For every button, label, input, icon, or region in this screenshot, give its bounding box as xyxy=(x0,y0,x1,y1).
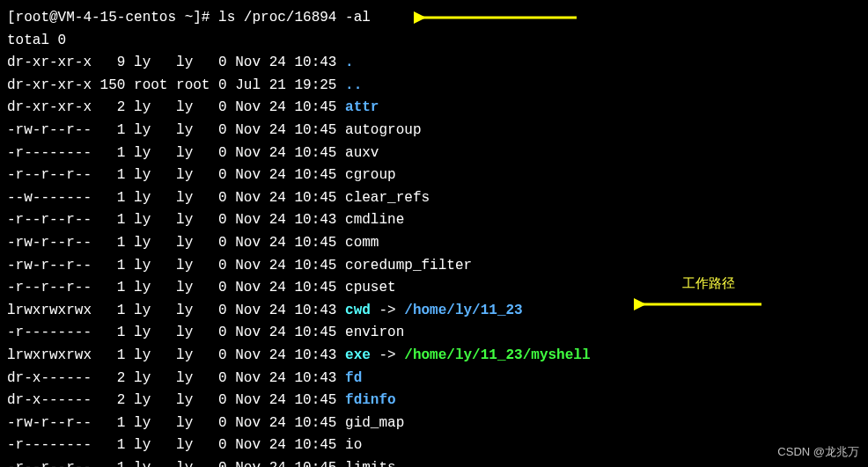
row-filename: cpuset xyxy=(345,280,396,296)
listing-row: -r-------- 1 ly ly 0 Nov 24 10:45 io xyxy=(7,434,861,457)
row-meta: --w------- 1 ly ly 0 Nov 24 10:45 xyxy=(7,190,345,206)
row-filename: io xyxy=(345,437,362,453)
row-meta: dr-x------ 2 ly ly 0 Nov 24 10:45 xyxy=(7,392,345,408)
listing-row: -r-------- 1 ly ly 0 Nov 24 10:45 auxv xyxy=(7,142,861,165)
row-filename: coredump_filter xyxy=(345,258,472,274)
row-filename: . xyxy=(345,55,354,70)
row-filename: autogroup xyxy=(345,122,421,138)
listing-row: lrwxrwxrwx 1 ly ly 0 Nov 24 10:43 cwd ->… xyxy=(7,300,861,323)
row-meta: -rw-r--r-- 1 ly ly 0 Nov 24 10:45 xyxy=(7,415,345,431)
row-filename: environ xyxy=(345,325,404,340)
link-target: /home/ly/11_23/myshell xyxy=(404,347,590,363)
row-meta: -r--r--r-- 1 ly ly 0 Nov 24 10:43 xyxy=(7,212,345,228)
listing-row: lrwxrwxrwx 1 ly ly 0 Nov 24 10:43 exe ->… xyxy=(7,345,861,368)
row-meta: dr-x------ 2 ly ly 0 Nov 24 10:43 xyxy=(7,370,345,386)
row-meta: dr-xr-xr-x 2 ly ly 0 Nov 24 10:45 xyxy=(7,99,345,115)
row-filename: attr xyxy=(345,99,379,115)
row-filename: comm xyxy=(345,235,379,251)
row-meta: dr-xr-xr-x 9 ly ly 0 Nov 24 10:43 xyxy=(7,55,345,70)
listing-row: dr-xr-xr-x 2 ly ly 0 Nov 24 10:45 attr xyxy=(7,97,861,120)
listing-row: -rw-r--r-- 1 ly ly 0 Nov 24 10:45 autogr… xyxy=(7,120,861,142)
listing-row: -rw-r--r-- 1 ly ly 0 Nov 24 10:45 coredu… xyxy=(7,255,861,278)
link-arrow: -> xyxy=(371,303,404,318)
row-filename: clear_refs xyxy=(345,190,430,206)
watermark: CSDN @龙兆万 xyxy=(777,443,859,462)
listing-row: dr-xr-xr-x 9 ly ly 0 Nov 24 10:43 . xyxy=(7,52,861,75)
row-meta: -rw-r--r-- 1 ly ly 0 Nov 24 10:45 xyxy=(7,235,345,251)
listing-row: -r--r--r-- 1 ly ly 0 Nov 24 10:45 cpuset xyxy=(7,277,861,300)
link-arrow: -> xyxy=(371,347,404,363)
row-meta: -r-------- 1 ly ly 0 Nov 24 10:45 xyxy=(7,325,345,340)
listing-row: --w------- 1 ly ly 0 Nov 24 10:45 clear_… xyxy=(7,187,861,210)
listing-row: dr-x------ 2 ly ly 0 Nov 24 10:43 fd xyxy=(7,368,861,390)
row-filename: auxv xyxy=(345,145,379,161)
row-filename: limits xyxy=(345,460,396,467)
listing-row: dr-x------ 2 ly ly 0 Nov 24 10:45 fdinfo xyxy=(7,390,861,412)
listing-row: -rw-r--r-- 1 ly ly 0 Nov 24 10:45 gid_ma… xyxy=(7,412,861,435)
row-filename: cgroup xyxy=(345,167,396,183)
row-meta: lrwxrwxrwx 1 ly ly 0 Nov 24 10:43 xyxy=(7,347,345,363)
row-filename: cmdline xyxy=(345,212,404,228)
row-filename: gid_map xyxy=(345,415,404,431)
listing-row: -r--r--r-- 1 ly ly 0 Nov 24 10:45 cgroup xyxy=(7,164,861,187)
prompt-line[interactable]: [root@VM-4-15-centos ~]# ls /proc/16894 … xyxy=(7,7,861,30)
link-target: /home/ly/11_23 xyxy=(404,303,522,318)
row-meta: -r--r--r-- 1 ly ly 0 Nov 24 10:45 xyxy=(7,280,345,296)
row-filename: fd xyxy=(345,370,362,386)
row-meta: dr-xr-xr-x 150 root root 0 Jul 21 19:25 xyxy=(7,77,345,93)
row-filename: fdinfo xyxy=(345,392,396,408)
prompt: [root@VM-4-15-centos ~]# xyxy=(7,10,218,26)
listing-row: -rw-r--r-- 1 ly ly 0 Nov 24 10:45 comm xyxy=(7,232,861,255)
listing-row: dr-xr-xr-x 150 root root 0 Jul 21 19:25 … xyxy=(7,75,861,98)
terminal-output: [root@VM-4-15-centos ~]# ls /proc/16894 … xyxy=(7,7,861,467)
listing-row: -r-------- 1 ly ly 0 Nov 24 10:45 enviro… xyxy=(7,322,861,345)
row-filename: cwd xyxy=(345,303,371,318)
row-meta: -r-------- 1 ly ly 0 Nov 24 10:45 xyxy=(7,145,345,161)
total-line: total 0 xyxy=(7,30,861,53)
row-meta: -r--r--r-- 1 ly ly 0 Nov 24 10:45 xyxy=(7,460,345,467)
listing-row: -r--r--r-- 1 ly ly 0 Nov 24 10:43 cmdlin… xyxy=(7,209,861,232)
command-text: ls /proc/16894 -al xyxy=(218,10,371,26)
row-meta: -rw-r--r-- 1 ly ly 0 Nov 24 10:45 xyxy=(7,258,345,274)
row-filename: exe xyxy=(345,347,371,363)
row-filename: .. xyxy=(345,77,362,93)
row-meta: lrwxrwxrwx 1 ly ly 0 Nov 24 10:43 xyxy=(7,303,345,318)
row-meta: -rw-r--r-- 1 ly ly 0 Nov 24 10:45 xyxy=(7,122,345,138)
row-meta: -r-------- 1 ly ly 0 Nov 24 10:45 xyxy=(7,437,345,453)
row-meta: -r--r--r-- 1 ly ly 0 Nov 24 10:45 xyxy=(7,167,345,183)
listing-row: -r--r--r-- 1 ly ly 0 Nov 24 10:45 limits xyxy=(7,457,861,467)
